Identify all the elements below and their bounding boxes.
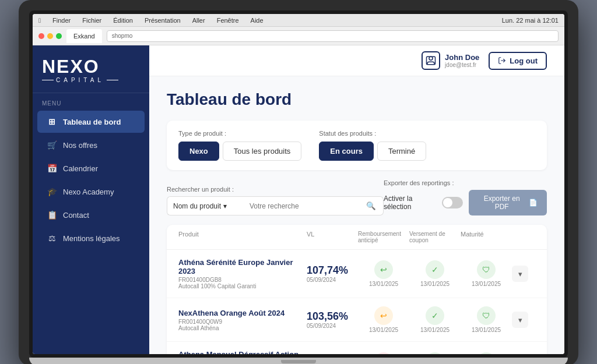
menu-aller[interactable]: Aller bbox=[192, 17, 205, 24]
search-input[interactable] bbox=[243, 196, 359, 215]
sidebar-label-contact: Contact bbox=[63, 211, 89, 220]
sidebar-label-tableau: Tableau de bord bbox=[63, 118, 121, 126]
toggle-thumb bbox=[443, 198, 452, 207]
minimize-button[interactable] bbox=[47, 33, 53, 39]
sidebar-item-contact[interactable]: 📋 Contact bbox=[37, 204, 145, 226]
logo: NEXO CAPITAL bbox=[33, 45, 149, 93]
product-name-3: Athena Mensuel Dégressif Action BNP Juin… bbox=[178, 350, 307, 354]
btn-termine[interactable]: Terminé bbox=[377, 142, 426, 161]
product-info-3: Athena Mensuel Dégressif Action BNP Juin… bbox=[178, 350, 307, 354]
remb-cell-1: ↩ 13/01/2025 bbox=[358, 260, 409, 287]
pdf-icon: 📄 bbox=[529, 199, 538, 207]
menu-fichier[interactable]: Fichier bbox=[82, 17, 101, 24]
export-pdf-button[interactable]: Exporter en PDF 📄 bbox=[469, 190, 547, 215]
sidebar-label-offres: Nos offres bbox=[63, 141, 97, 150]
expand-button-1[interactable]: ▾ bbox=[512, 266, 528, 282]
sidebar-item-calendrier[interactable]: 📅 Calendrier bbox=[37, 157, 145, 179]
logout-button[interactable]: Log out bbox=[489, 52, 547, 70]
apple-menu[interactable]:  bbox=[38, 17, 41, 24]
product-vl-2: 103,56% 05/09/2024 bbox=[307, 310, 358, 329]
menu-edition[interactable]: Édition bbox=[113, 17, 133, 24]
product-status-filter: Statut des produits : En cours Terminé bbox=[319, 130, 426, 161]
col-remb: Remboursement anticipé bbox=[358, 231, 409, 243]
product-code-1: FR001400DGB8 bbox=[178, 277, 307, 283]
sidebar-item-nexo-academy[interactable]: 🎓 Nexo Academy bbox=[37, 181, 145, 203]
maturite-cell-2: 🛡 13/01/2025 bbox=[461, 306, 512, 333]
product-vl-1: 107,74% 05/09/2024 bbox=[307, 264, 358, 283]
sidebar-label-mentions: Mentions légales bbox=[63, 234, 120, 243]
table-row: NexAthena Orange Août 2024 FR001400Q0W9 … bbox=[167, 298, 547, 342]
sidebar-item-nos-offres[interactable]: 🛒 Nos offres bbox=[37, 134, 145, 156]
svg-point-0 bbox=[429, 56, 433, 60]
search-button[interactable]: 🔍 bbox=[359, 196, 384, 215]
chevron-down-icon: ▾ bbox=[223, 202, 227, 210]
row-actions-1: ▾ bbox=[512, 266, 535, 282]
btn-tous-produits[interactable]: Tous les produits bbox=[223, 142, 302, 161]
sidebar: NEXO CAPITAL Menu ⊞ Tableau de bord 🛒 bbox=[33, 45, 149, 354]
products-table: Produit VL Remboursement anticipé Versem… bbox=[167, 225, 547, 354]
coupon-cell-3: ✓ bbox=[409, 352, 461, 354]
search-select[interactable]: Nom du produit ▾ bbox=[167, 196, 243, 215]
menu-aide[interactable]: Aide bbox=[251, 17, 264, 24]
product-vl-3: 100,67% 05/09/2024 bbox=[307, 354, 358, 355]
remb-icon-3: ↩ bbox=[374, 352, 393, 354]
search-export-row: Rechercher un produit : Nom du produit ▾… bbox=[167, 179, 547, 215]
user-avatar-icon bbox=[422, 51, 440, 70]
product-type-label: Type de produit : bbox=[178, 130, 301, 137]
browser-tab[interactable]: Exkand bbox=[66, 29, 102, 43]
user-info: John Doe jdoe@test.fr bbox=[422, 51, 479, 70]
product-name-1: Athéna Sérénité Europe Janvier 2023 bbox=[178, 258, 307, 275]
menu-finder[interactable]: Finder bbox=[52, 17, 71, 24]
main-content: Tableau de bord Type de produit : Nexo T… bbox=[149, 76, 564, 354]
window-controls[interactable] bbox=[38, 33, 62, 39]
filter-row: Type de produit : Nexo Tous les produits… bbox=[178, 130, 535, 161]
coupon-icon-1: ✓ bbox=[426, 260, 444, 279]
macos-menu-items:  Finder Fichier Édition Présentation Al… bbox=[38, 17, 264, 24]
maximize-button[interactable] bbox=[56, 33, 62, 39]
remb-cell-2: ↩ 13/01/2025 bbox=[358, 306, 409, 333]
export-group: Exporter des reportings : Activer la sél… bbox=[384, 179, 547, 215]
maturite-cell-1: 🛡 13/01/2025 bbox=[461, 260, 512, 287]
sidebar-label-calendrier: Calendrier bbox=[63, 164, 98, 173]
coupon-cell-1: ✓ 13/01/2025 bbox=[409, 260, 461, 287]
expand-button-2[interactable]: ▾ bbox=[512, 312, 528, 328]
search-group: Rechercher un produit : Nom du produit ▾… bbox=[167, 186, 384, 215]
coupon-icon-3: ✓ bbox=[426, 352, 444, 354]
app-container: NEXO CAPITAL Menu ⊞ Tableau de bord 🛒 bbox=[33, 45, 564, 354]
col-produit: Produit bbox=[178, 231, 307, 243]
maturite-icon-1: 🛡 bbox=[477, 260, 496, 279]
export-label: Exporter des reportings : bbox=[384, 179, 547, 186]
browser-bar: Exkand shopmo bbox=[33, 27, 564, 45]
cart-icon: 🛒 bbox=[47, 140, 57, 150]
remb-icon-2: ↩ bbox=[374, 306, 393, 325]
selection-toggle[interactable] bbox=[442, 197, 463, 208]
table-row: Athéna Sérénité Europe Janvier 2023 FR00… bbox=[167, 250, 547, 298]
filters-section: Type de produit : Nexo Tous les produits… bbox=[167, 121, 547, 170]
product-type-filter: Type de produit : Nexo Tous les produits bbox=[178, 130, 301, 161]
sidebar-item-mentions-legales[interactable]: ⚖ Mentions légales bbox=[37, 227, 145, 249]
user-email: jdoe@test.fr bbox=[445, 62, 479, 68]
close-button[interactable] bbox=[38, 33, 44, 39]
logo-text: NEXO bbox=[42, 57, 140, 76]
menu-label: Menu bbox=[33, 93, 149, 110]
menu-fenetre[interactable]: Fenêtre bbox=[217, 17, 239, 24]
academy-icon: 🎓 bbox=[47, 186, 57, 197]
export-row: Activer la sélection Exporter en PDF 📄 bbox=[384, 190, 547, 215]
menu-presentation[interactable]: Présentation bbox=[145, 17, 181, 24]
toggle-label: Activer la sélection bbox=[384, 195, 437, 211]
btn-en-cours[interactable]: En cours bbox=[319, 142, 374, 161]
page-title: Tableau de bord bbox=[167, 90, 547, 109]
calendar-icon: 📅 bbox=[47, 163, 57, 174]
status-button-group: En cours Terminé bbox=[319, 142, 426, 161]
laptop-notch bbox=[281, 360, 316, 363]
laptop-base bbox=[29, 358, 568, 364]
coupon-icon-2: ✓ bbox=[426, 306, 444, 325]
sidebar-item-tableau-de-bord[interactable]: ⊞ Tableau de bord bbox=[37, 111, 145, 133]
col-coupon: Versement de coupon bbox=[409, 231, 461, 243]
browser-url[interactable]: shopmo bbox=[107, 30, 559, 42]
app-header: John Doe jdoe@test.fr Log out bbox=[149, 45, 564, 76]
btn-nexo[interactable]: Nexo bbox=[178, 142, 219, 161]
maturite-icon-3: 🛡 bbox=[477, 352, 496, 354]
col-vl: VL bbox=[307, 231, 358, 243]
table-header: Produit VL Remboursement anticipé Versem… bbox=[167, 225, 547, 250]
